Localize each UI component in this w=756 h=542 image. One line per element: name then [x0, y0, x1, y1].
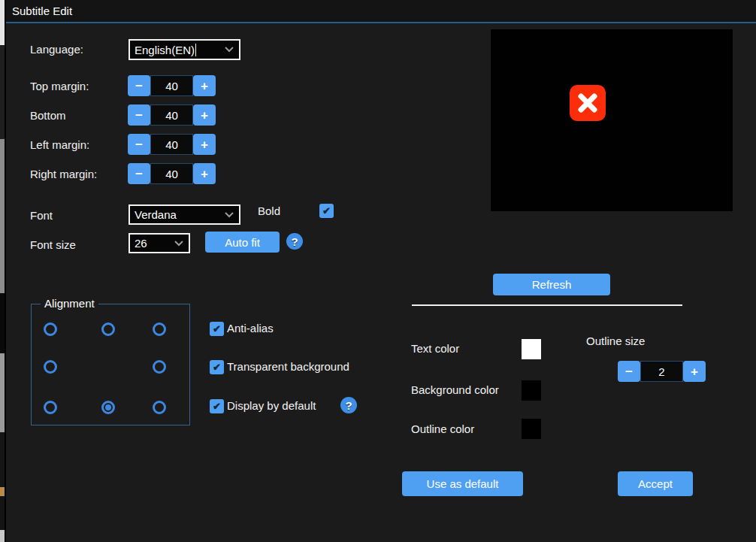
help-icon[interactable]: ? — [286, 233, 303, 250]
alignment-legend: Alignment — [41, 297, 98, 310]
window-edge-divider — [5, 0, 6, 542]
plus-button[interactable]: + — [193, 163, 216, 184]
plus-button[interactable]: + — [683, 361, 706, 382]
bottom-margin-spinner: − 40 + — [128, 104, 216, 126]
alignment-radio-bottom-center[interactable] — [101, 401, 115, 414]
use-as-default-button[interactable]: Use as default — [402, 471, 523, 496]
text-color-swatch[interactable] — [522, 339, 541, 359]
font-value: Verdana — [135, 208, 177, 221]
minus-button[interactable]: − — [618, 361, 640, 382]
anti-alias-label: Anti-alias — [227, 322, 274, 335]
font-combobox[interactable]: Verdana — [129, 204, 240, 225]
transparent-background-label: Transparent background — [227, 360, 349, 373]
chevron-down-icon — [174, 241, 183, 247]
outline-size-spinner: − 2 + — [618, 361, 706, 382]
transparent-background-checkbox[interactable] — [210, 360, 224, 374]
section-divider — [412, 304, 682, 306]
alignment-radio-bottom-left[interactable] — [44, 401, 57, 414]
font-size-label: Font size — [30, 238, 76, 251]
font-label: Font — [30, 209, 53, 222]
plus-button[interactable]: + — [193, 75, 216, 96]
plus-button[interactable]: + — [193, 104, 216, 126]
alignment-radio-middle-right[interactable] — [153, 360, 166, 374]
right-margin-label: Right margin: — [30, 168, 97, 180]
outline-color-swatch[interactable] — [522, 419, 541, 439]
minus-button[interactable]: − — [128, 134, 150, 155]
title-bar[interactable]: Subtitle Edit — [6, 0, 756, 23]
subtitle-edit-dialog: { "window": { "title": "Subtitle Edit" }… — [0, 0, 756, 542]
outline-size-value[interactable]: 2 — [640, 361, 683, 382]
language-value: English(EN) — [135, 44, 195, 56]
refresh-button[interactable]: Refresh — [493, 274, 610, 295]
right-margin-value[interactable]: 40 — [150, 163, 193, 184]
right-margin-spinner: − 40 + — [128, 163, 216, 184]
text-caret — [195, 44, 196, 56]
outline-color-label: Outline color — [411, 422, 474, 435]
background-color-label: Background color — [411, 383, 499, 396]
anti-alias-checkbox[interactable] — [210, 322, 224, 336]
language-label: Language: — [30, 43, 83, 56]
top-margin-value[interactable]: 40 — [150, 75, 193, 96]
plus-button[interactable]: + — [193, 134, 216, 155]
bold-label: Bold — [258, 204, 280, 217]
font-size-value: 26 — [135, 237, 147, 250]
left-margin-label: Left margin: — [30, 138, 89, 151]
text-color-label: Text color — [411, 342, 459, 355]
minus-button[interactable]: − — [128, 75, 150, 96]
alignment-radio-middle-left[interactable] — [44, 360, 57, 374]
display-by-default-label: Display by default — [227, 399, 316, 412]
top-margin-label: Top margin: — [30, 80, 89, 92]
left-margin-value[interactable]: 40 — [150, 134, 193, 155]
bottom-margin-label: Bottom — [30, 109, 66, 122]
help-icon[interactable]: ? — [340, 397, 357, 413]
window-title: Subtitle Edit — [12, 5, 72, 17]
outline-size-label: Outline size — [586, 335, 645, 347]
chevron-down-icon — [225, 47, 234, 53]
minus-button[interactable]: − — [128, 104, 150, 126]
subtitle-preview — [491, 29, 733, 211]
background-color-swatch[interactable] — [522, 380, 541, 401]
left-margin-spinner: − 40 + — [128, 134, 216, 155]
bold-checkbox[interactable] — [319, 204, 334, 218]
alignment-radio-top-right[interactable] — [153, 322, 166, 336]
bottom-margin-value[interactable]: 40 — [150, 104, 193, 126]
accept-button[interactable]: Accept — [618, 471, 693, 496]
broken-image-icon — [570, 85, 606, 121]
alignment-radio-top-center[interactable] — [101, 322, 115, 336]
top-margin-spinner: − 40 + — [128, 75, 216, 96]
chevron-down-icon — [225, 212, 234, 218]
font-size-combobox[interactable]: 26 — [129, 233, 190, 253]
language-combobox[interactable]: English(EN) — [129, 39, 240, 60]
auto-fit-button[interactable]: Auto fit — [205, 232, 280, 253]
alignment-radio-top-left[interactable] — [44, 322, 57, 336]
display-by-default-checkbox[interactable] — [210, 399, 224, 413]
alignment-radio-bottom-right[interactable] — [153, 401, 166, 414]
minus-button[interactable]: − — [128, 163, 150, 184]
